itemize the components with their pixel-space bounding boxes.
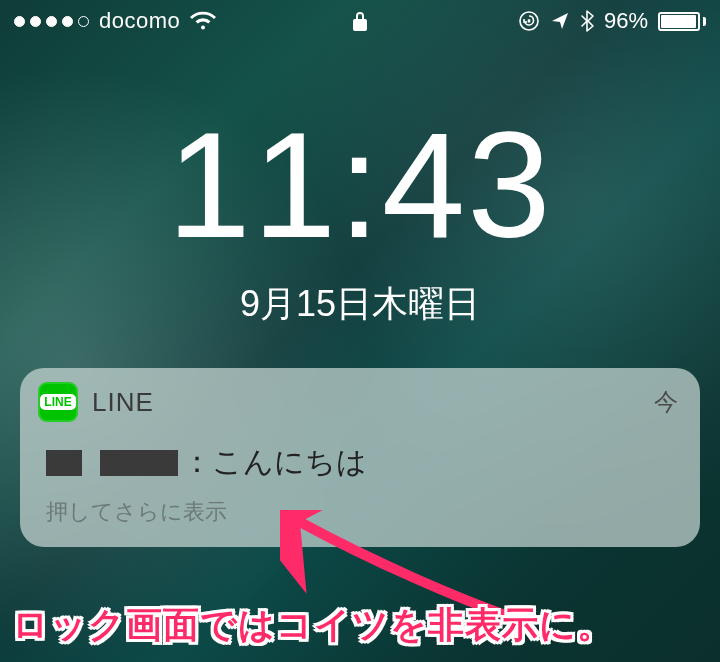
orientation-lock-icon	[518, 10, 540, 32]
battery-percent: 96%	[604, 8, 648, 34]
redacted-sender-part	[100, 450, 178, 476]
line-app-badge: LINE	[40, 394, 75, 410]
bluetooth-icon	[580, 10, 594, 32]
notification-message-text: ：こんにちは	[182, 442, 367, 483]
notification-body: ：こんにちは	[20, 430, 700, 491]
notification-card[interactable]: LINE LINE 今 ：こんにちは 押してさらに表示	[20, 368, 700, 547]
status-center	[352, 10, 368, 32]
redacted-sender-part	[46, 450, 82, 476]
status-left: docomo	[14, 8, 216, 34]
carrier-label: docomo	[99, 8, 180, 34]
notification-hint: 押してさらに表示	[20, 491, 700, 547]
annotation-caption: ロック画面ではコイツを非表示に。	[0, 591, 720, 662]
notification-header: LINE LINE 今	[20, 368, 700, 430]
lock-screen: docomo 96% 11	[0, 0, 720, 662]
lock-date: 9月15日木曜日	[0, 280, 720, 329]
status-right: 96%	[518, 8, 706, 34]
battery-icon	[658, 12, 706, 31]
notification-message: ：こんにちは	[46, 442, 678, 483]
status-bar: docomo 96%	[0, 0, 720, 42]
location-icon	[550, 11, 570, 31]
svg-rect-1	[528, 19, 531, 22]
lock-time: 11:43	[0, 110, 720, 260]
lock-icon	[352, 10, 368, 32]
cellular-signal-icon	[14, 16, 89, 27]
notification-app-name: LINE	[92, 387, 640, 418]
wifi-icon	[190, 11, 216, 31]
notification-time: 今	[654, 386, 678, 418]
line-app-icon: LINE	[38, 382, 78, 422]
